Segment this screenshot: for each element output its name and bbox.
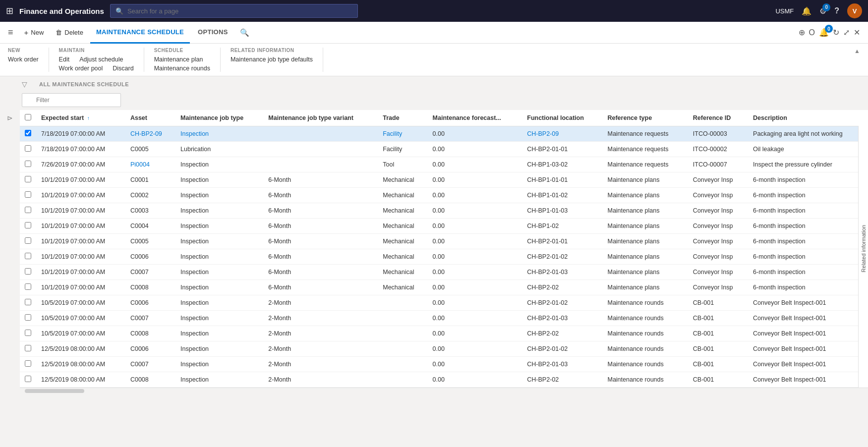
row-checkbox[interactable] [25,145,31,152]
app-title: Finance and Operations [19,7,104,15]
row-checkbox[interactable] [25,130,31,136]
h-scroll-thumb[interactable] [25,389,84,393]
table-row[interactable]: 12/5/2019 08:00:00 AMC0006Inspection2-Mo… [20,341,868,357]
toolbar-notif-icon[interactable]: 🔔 0 [819,28,829,37]
ribbon-edit[interactable]: Edit [59,56,70,63]
table-row[interactable]: 10/5/2019 07:00:00 AMC0006Inspection2-Mo… [20,295,868,311]
side-panel[interactable]: Related information [858,110,868,388]
table-row[interactable]: 10/1/2019 07:00:00 AMC0004Inspection6-Mo… [20,219,868,234]
col-expected-start[interactable]: Expected start ↑ [36,110,125,126]
ribbon-schedule-row2: Maintenance rounds [154,65,210,72]
col-reference-id[interactable]: Reference ID [688,110,748,126]
filter-input[interactable] [22,93,121,107]
col-maintenance-forecast[interactable]: Maintenance forecast... [428,110,522,126]
reference-id-cell: Conveyor Insp [688,188,748,203]
ribbon-discard[interactable]: Discard [113,65,133,72]
table-row[interactable]: 10/1/2019 07:00:00 AMC0008Inspection6-Mo… [20,280,868,295]
row-checkbox[interactable] [25,191,31,198]
expected-start-cell: 12/5/2019 08:00:00 AM [36,357,125,372]
col-maintenance-job-type[interactable]: Maintenance job type [175,110,263,126]
col-functional-location[interactable]: Functional location [522,110,602,126]
table-row[interactable]: 10/1/2019 07:00:00 AMC0007Inspection6-Mo… [20,265,868,280]
row-checkbox[interactable] [25,376,31,382]
maximize-icon[interactable]: ⤢ [843,28,850,37]
col-description[interactable]: Description [748,110,868,126]
ribbon-maintenance-rounds[interactable]: Maintenance rounds [154,65,210,72]
row-checkbox[interactable] [25,330,31,336]
row-checkbox[interactable] [25,207,31,213]
user-avatar[interactable]: V [847,3,862,18]
trade-cell: Mechanical [378,219,427,234]
table-row[interactable]: 10/1/2019 07:00:00 AMC0006Inspection6-Mo… [20,249,868,265]
table-row[interactable]: 7/18/2019 07:00:00 AMC0005LubricationFac… [20,142,868,157]
search-input[interactable] [127,7,352,15]
filter-funnel-icon[interactable]: ▽ [22,80,27,88]
refresh-icon[interactable]: ↻ [833,28,839,37]
row-checkbox[interactable] [25,237,31,244]
col-maintenance-job-type-variant[interactable]: Maintenance job type variant [263,110,378,126]
h-scroll-bar[interactable] [20,388,868,393]
col-trade[interactable]: Trade [378,110,427,126]
ribbon-work-order-pool[interactable]: Work order pool [59,65,103,72]
row-checkbox[interactable] [25,314,31,321]
job-type-cell[interactable]: Inspection [175,126,263,142]
job-type-variant-cell: 6-Month [263,203,378,219]
row-checkbox[interactable] [25,299,31,305]
maintenance-forecast-cell: 0.00 [428,341,522,357]
row-checkbox[interactable] [25,161,31,167]
asset-cell[interactable]: CH-BP2-09 [125,126,175,142]
table-row[interactable]: 7/26/2019 07:00:00 AMPi0004InspectionToo… [20,157,868,172]
table-row[interactable]: 12/5/2019 08:00:00 AMC0007Inspection2-Mo… [20,357,868,372]
app-grid-icon[interactable]: ⊞ [6,5,13,16]
hamburger-icon[interactable]: ≡ [8,27,13,38]
functional-location-cell[interactable]: CH-BP2-09 [522,126,602,142]
row-checkbox[interactable] [25,283,31,290]
functional-location-cell: CH-BP2-02 [522,326,602,341]
table-row[interactable]: 7/18/2019 07:00:00 AMCH-BP2-09Inspection… [20,126,868,142]
search-bar[interactable]: 🔍 [110,4,358,18]
row-checkbox[interactable] [25,222,31,228]
table-row[interactable]: 12/5/2019 08:00:00 AMC0008Inspection2-Mo… [20,372,868,388]
ribbon-maintenance-job-type-defaults[interactable]: Maintenance job type defaults [231,56,313,63]
row-checkbox[interactable] [25,176,31,182]
tab-maintenance-schedule[interactable]: MAINTENANCE SCHEDULE [90,22,190,44]
table-row[interactable]: 10/5/2019 07:00:00 AMC0007Inspection2-Mo… [20,311,868,326]
table-wrapper[interactable]: Expected start ↑ Asset Maintenance job t… [20,110,868,388]
functional-location-cell: CH-BP2-01-01 [522,142,602,157]
share-icon[interactable]: ⊕ [799,28,805,37]
row-checkbox[interactable] [25,345,31,351]
table-row[interactable]: 10/1/2019 07:00:00 AMC0003Inspection6-Mo… [20,203,868,219]
row-checkbox[interactable] [25,360,31,367]
asset-cell: C0003 [125,203,175,219]
ribbon-maintenance-plan[interactable]: Maintenance plan [154,56,203,63]
close-icon[interactable]: ✕ [854,28,860,37]
bell-icon[interactable]: 🔔 [802,6,811,16]
help-icon[interactable]: ? [834,6,839,15]
job-type-variant-cell [263,157,378,172]
toolbar-search-icon[interactable]: 🔍 [240,28,249,37]
expected-start-cell: 7/26/2019 07:00:00 AM [36,157,125,172]
tab-options[interactable]: OPTIONS [192,22,234,44]
ribbon-adjust-schedule[interactable]: Adjust schedule [79,56,123,63]
top-nav-right: USMF 🔔 ⚙ 0 ? V [775,3,862,18]
usmf-label[interactable]: USMF [775,7,794,15]
asset-cell[interactable]: Pi0004 [125,157,175,172]
table-row[interactable]: 10/1/2019 07:00:00 AMC0005Inspection6-Mo… [20,234,868,249]
table-row[interactable]: 10/1/2019 07:00:00 AMC0001Inspection6-Mo… [20,172,868,188]
trade-cell[interactable]: Facility [378,126,427,142]
ribbon-work-order[interactable]: Work order [8,56,39,63]
description-cell: 6-month inspection [748,265,868,280]
row-checkbox[interactable] [25,268,31,275]
select-all-checkbox[interactable] [25,114,31,120]
table-row[interactable]: 10/1/2019 07:00:00 AMC0002Inspection6-Mo… [20,188,868,203]
col-asset[interactable]: Asset [125,110,175,126]
office-icon[interactable]: O [809,28,815,37]
col-reference-type[interactable]: Reference type [602,110,688,126]
left-filter-icon[interactable]: ⊳ [7,114,13,122]
delete-button[interactable]: 🗑 Delete [51,26,88,39]
new-button[interactable]: + New [19,26,49,39]
ribbon-collapse-icon[interactable]: ▲ [854,48,860,55]
table-row[interactable]: 10/5/2019 07:00:00 AMC0008Inspection2-Mo… [20,326,868,341]
notification-badge[interactable]: ⚙ 0 [819,6,826,16]
row-checkbox[interactable] [25,253,31,259]
